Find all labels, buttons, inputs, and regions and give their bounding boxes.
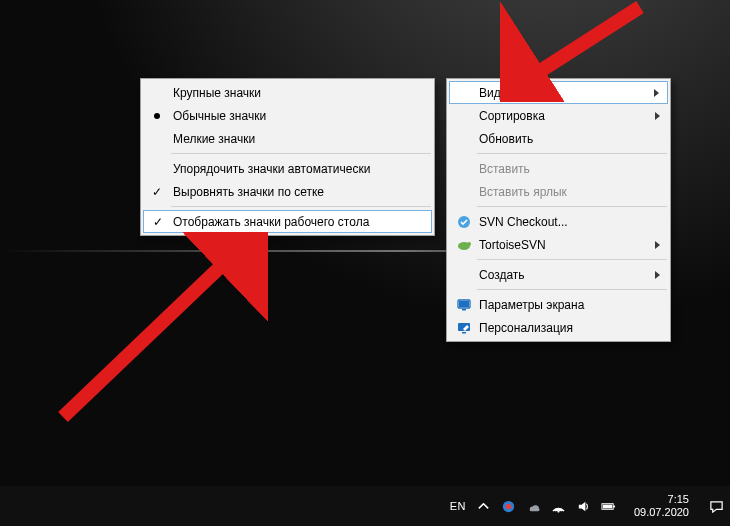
menu-item-label: Обычные значки bbox=[173, 109, 266, 123]
menu-item-refresh[interactable]: Обновить bbox=[449, 127, 668, 150]
chevron-right-icon bbox=[655, 271, 660, 279]
menu-item-label: Создать bbox=[479, 268, 525, 282]
svg-point-11 bbox=[506, 503, 512, 509]
menu-item-label: Мелкие значки bbox=[173, 132, 255, 146]
menu-item-auto-arrange[interactable]: Упорядочить значки автоматически bbox=[143, 157, 432, 180]
tray-app-icon[interactable] bbox=[501, 499, 516, 514]
annotation-arrow-top bbox=[500, 0, 660, 102]
menu-item-display-settings[interactable]: Параметры экрана bbox=[449, 293, 668, 316]
menu-item-paste-shortcut: Вставить ярлык bbox=[449, 180, 668, 203]
menu-item-label: Обновить bbox=[479, 132, 533, 146]
personalize-icon bbox=[456, 320, 472, 336]
bullet-icon bbox=[154, 113, 160, 119]
tray-chevron-up-icon[interactable] bbox=[476, 499, 491, 514]
menu-item-label: TortoiseSVN bbox=[479, 238, 546, 252]
onedrive-icon[interactable] bbox=[526, 499, 541, 514]
clock[interactable]: 7:15 09.07.2020 bbox=[634, 493, 689, 519]
language-indicator[interactable]: EN bbox=[450, 500, 466, 512]
menu-item-align-to-grid[interactable]: ✓ Выровнять значки по сетке bbox=[143, 180, 432, 203]
separator bbox=[477, 153, 667, 154]
menu-item-small-icons[interactable]: Мелкие значки bbox=[143, 127, 432, 150]
menu-item-tortoisesvn[interactable]: TortoiseSVN bbox=[449, 233, 668, 256]
menu-item-label: Крупные значки bbox=[173, 86, 261, 100]
volume-icon[interactable] bbox=[576, 499, 591, 514]
svg-rect-14 bbox=[613, 505, 615, 507]
display-icon bbox=[456, 297, 472, 313]
svg-line-9 bbox=[63, 250, 238, 417]
menu-item-svn-checkout[interactable]: SVN Checkout... bbox=[449, 210, 668, 233]
separator bbox=[171, 153, 431, 154]
menu-item-label: Вставить ярлык bbox=[479, 185, 567, 199]
battery-icon[interactable] bbox=[601, 499, 616, 514]
menu-item-label: Параметры экрана bbox=[479, 298, 584, 312]
menu-item-personalize[interactable]: Персонализация bbox=[449, 316, 668, 339]
menu-item-label: Отображать значки рабочего стола bbox=[173, 215, 369, 229]
clock-date: 09.07.2020 bbox=[634, 506, 689, 519]
menu-item-label: Выровнять значки по сетке bbox=[173, 185, 324, 199]
menu-item-label: SVN Checkout... bbox=[479, 215, 568, 229]
separator bbox=[477, 259, 667, 260]
menu-item-paste: Вставить bbox=[449, 157, 668, 180]
menu-item-sort[interactable]: Сортировка bbox=[449, 104, 668, 127]
menu-item-label: Персонализация bbox=[479, 321, 573, 335]
chevron-right-icon bbox=[655, 112, 660, 120]
desktop-context-menu: Вид Сортировка Обновить Вставить Вставит… bbox=[446, 78, 671, 342]
svg-rect-5 bbox=[462, 309, 466, 311]
svg-rect-15 bbox=[603, 504, 612, 508]
svg-rect-7 bbox=[462, 332, 466, 334]
check-icon: ✓ bbox=[153, 215, 163, 229]
check-icon: ✓ bbox=[152, 185, 162, 199]
network-icon[interactable] bbox=[551, 499, 566, 514]
menu-item-label: Сортировка bbox=[479, 109, 545, 123]
taskbar: EN 7:15 09.07.2020 bbox=[0, 486, 730, 526]
menu-item-large-icons[interactable]: Крупные значки bbox=[143, 81, 432, 104]
view-submenu: Крупные значки Обычные значки Мелкие зна… bbox=[140, 78, 435, 236]
clock-time: 7:15 bbox=[634, 493, 689, 506]
separator bbox=[477, 206, 667, 207]
svn-icon bbox=[456, 214, 472, 230]
system-tray: EN 7:15 09.07.2020 bbox=[450, 493, 724, 519]
annotation-arrow-bottom bbox=[38, 232, 268, 432]
tortoise-icon bbox=[456, 237, 472, 253]
svg-rect-4 bbox=[459, 301, 469, 307]
menu-item-show-desktop-icons[interactable]: ✓ Отображать значки рабочего стола bbox=[143, 210, 432, 233]
svg-point-12 bbox=[558, 510, 560, 512]
menu-item-label: Вставить bbox=[479, 162, 530, 176]
menu-item-medium-icons[interactable]: Обычные значки bbox=[143, 104, 432, 127]
menu-item-label: Вид bbox=[479, 86, 501, 100]
menu-item-new[interactable]: Создать bbox=[449, 263, 668, 286]
separator bbox=[477, 289, 667, 290]
action-center-icon[interactable] bbox=[709, 499, 724, 514]
separator bbox=[171, 206, 431, 207]
chevron-right-icon bbox=[655, 241, 660, 249]
svg-point-2 bbox=[467, 242, 471, 246]
menu-item-label: Упорядочить значки автоматически bbox=[173, 162, 370, 176]
svg-line-8 bbox=[520, 7, 640, 84]
